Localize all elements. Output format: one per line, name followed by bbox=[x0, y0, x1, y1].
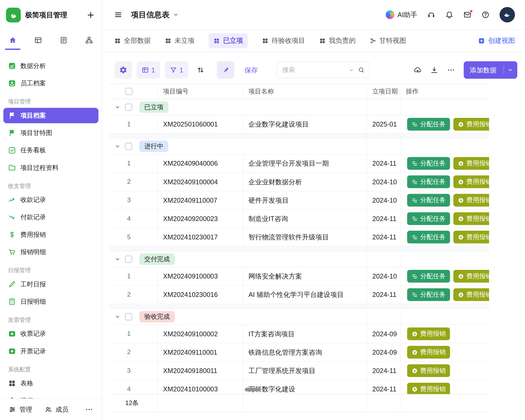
view-tab[interactable]: 甘特视图 bbox=[370, 36, 406, 45]
select-all-checkbox[interactable] bbox=[125, 88, 133, 95]
search-icon[interactable] bbox=[358, 67, 365, 74]
ai-assistant-button[interactable]: AI助手 bbox=[386, 10, 417, 19]
sidebar-item[interactable]: 报销明细 bbox=[3, 244, 98, 260]
save-button[interactable]: 保存 bbox=[244, 65, 258, 74]
add-app-icon[interactable] bbox=[86, 11, 95, 19]
import-icon[interactable] bbox=[413, 66, 422, 74]
inbox-button[interactable] bbox=[463, 11, 471, 19]
more-actions-icon[interactable] bbox=[447, 66, 455, 74]
collapse-group-icon[interactable] bbox=[114, 314, 120, 320]
expense-claim-button[interactable]: $费用报销 bbox=[407, 327, 450, 340]
assign-task-button[interactable]: 分配任务 bbox=[407, 194, 450, 207]
notifications-icon[interactable] bbox=[445, 11, 453, 19]
expense-claim-button[interactable]: $费用报销 bbox=[407, 346, 450, 359]
assign-task-button[interactable]: 分配任务 bbox=[407, 157, 450, 170]
filter-button[interactable]: 1 bbox=[165, 61, 188, 78]
sidebar-item[interactable]: 开票记录 bbox=[3, 344, 98, 359]
view-tab[interactable]: 我负责的 bbox=[319, 36, 356, 45]
sidebar-item[interactable]: 任务看板 bbox=[3, 143, 98, 158]
table-row[interactable]: 1 XM202409100003 网络安全解决方案 2024-10 分配任务$费… bbox=[109, 267, 489, 286]
expense-claim-button[interactable]: $费用报销 bbox=[453, 288, 489, 301]
table-row[interactable]: 1 XM202409100002 IT方案咨询项目 2024-09 $费用报销 bbox=[109, 325, 489, 343]
view-tab[interactable]: 全部数据 bbox=[114, 36, 151, 45]
sidebar-item[interactable]: 项目过程资料 bbox=[3, 160, 98, 176]
table-row[interactable]: 1 XM202501060001 企业数字化建设项目 2025-01 分配任务$… bbox=[109, 115, 489, 134]
expense-claim-button[interactable]: $费用报销 bbox=[453, 212, 489, 225]
help-icon[interactable] bbox=[481, 11, 490, 19]
expense-claim-button[interactable]: $费用报销 bbox=[453, 270, 489, 282]
group-checkbox[interactable] bbox=[125, 103, 132, 111]
column-header[interactable]: 立项日期 bbox=[367, 84, 401, 99]
sidebar-item[interactable]: 工时日报 bbox=[3, 277, 98, 292]
add-data-chevron-icon[interactable] bbox=[507, 67, 513, 73]
horizontal-scrollbar[interactable] bbox=[245, 388, 261, 391]
expense-claim-button[interactable]: $费用报销 bbox=[453, 157, 489, 170]
pin-button[interactable] bbox=[217, 61, 234, 78]
table-row[interactable]: 4 XM202409200023 制造业IT咨询 2024-11 分配任务$费用… bbox=[109, 209, 489, 228]
title-chevron-icon[interactable] bbox=[173, 12, 179, 18]
search-scope-chevron-icon[interactable] bbox=[349, 67, 354, 72]
column-header[interactable]: 项目编号 bbox=[158, 84, 243, 99]
group-checkbox[interactable] bbox=[125, 143, 132, 150]
sidebar-item[interactable]: 流程 bbox=[3, 393, 98, 398]
column-header[interactable]: 操作 bbox=[401, 84, 489, 99]
assign-task-button[interactable]: 分配任务 bbox=[407, 231, 450, 243]
table-row[interactable]: 5 XM202410230017 智行物流管理软件升级项目 2024-11 分配… bbox=[109, 228, 489, 246]
search-input[interactable] bbox=[282, 66, 345, 74]
expense-claim-button[interactable]: $费用报销 bbox=[407, 383, 450, 394]
members-button[interactable]: 成员 bbox=[45, 405, 68, 414]
add-data-button[interactable]: 添加数据 bbox=[464, 61, 517, 78]
create-view-button[interactable]: 创建视图 bbox=[478, 36, 515, 45]
table-row[interactable]: 3 XM202409110007 硬件开发项目 2024-10 分配任务$费用报… bbox=[109, 191, 489, 209]
table-row[interactable]: 2 XM202410230016 AI 辅助个性化学习平台建设项目 2024-1… bbox=[109, 286, 489, 304]
view-tab[interactable]: 待验收项目 bbox=[262, 36, 305, 45]
assign-task-button[interactable]: 分配任务 bbox=[407, 270, 450, 282]
table-row[interactable]: 2 XM202409110001 铁路信息化管理方案咨询 2024-09 $费用… bbox=[109, 343, 489, 361]
manage-button[interactable]: 管理 bbox=[9, 405, 32, 414]
collapse-group-icon[interactable] bbox=[114, 143, 120, 149]
collapse-group-icon[interactable] bbox=[114, 256, 120, 262]
column-header[interactable]: 项目名称 bbox=[243, 84, 367, 99]
sidebar-item[interactable]: 收款记录 bbox=[3, 192, 98, 208]
user-avatar[interactable] bbox=[500, 7, 515, 23]
sidebar-tab-home[interactable] bbox=[0, 30, 25, 50]
expense-claim-button[interactable]: $费用报销 bbox=[453, 194, 489, 207]
expense-claim-button[interactable]: $费用报销 bbox=[453, 118, 489, 130]
sidebar-tab-flow[interactable] bbox=[76, 30, 102, 50]
assign-task-button[interactable]: 分配任务 bbox=[407, 288, 450, 301]
sidebar-item[interactable]: 表格 bbox=[3, 376, 98, 391]
hamburger-menu-icon[interactable] bbox=[114, 11, 122, 19]
table-row[interactable]: 3 XM202409180011 工厂管理系统开发项目 2024-11 $费用报… bbox=[109, 362, 489, 380]
sort-button[interactable] bbox=[193, 61, 208, 78]
expense-claim-button[interactable]: $费用报销 bbox=[407, 364, 450, 377]
sidebar-item[interactable]: 员工档案 bbox=[3, 76, 98, 91]
sidebar-tab-form[interactable] bbox=[51, 30, 76, 50]
view-tab[interactable]: 已立项 bbox=[209, 33, 248, 48]
sidebar-item[interactable]: 费用报销 bbox=[3, 227, 98, 243]
group-checkbox[interactable] bbox=[125, 313, 132, 320]
search-box[interactable] bbox=[277, 62, 370, 78]
table-row[interactable]: 4 XM202410100003 万科数字化建设 2024-11 $费用报销 bbox=[109, 380, 489, 394]
sidebar-tab-table[interactable] bbox=[25, 30, 51, 50]
expense-claim-button[interactable]: $费用报销 bbox=[453, 231, 489, 243]
assign-task-button[interactable]: 分配任务 bbox=[407, 118, 450, 130]
export-icon[interactable] bbox=[430, 66, 438, 74]
view-tab[interactable]: 未立项 bbox=[165, 36, 195, 45]
assign-task-button[interactable]: 分配任务 bbox=[407, 175, 450, 188]
sidebar-item[interactable]: 项目甘特图 bbox=[3, 125, 98, 141]
field-config-button[interactable]: 1 bbox=[136, 61, 160, 78]
assign-task-button[interactable]: 分配任务 bbox=[407, 212, 450, 225]
sidebar-item[interactable]: 收票记录 bbox=[3, 326, 98, 342]
expense-claim-button[interactable]: $费用报销 bbox=[453, 175, 489, 188]
sidebar-item[interactable]: 日报明细 bbox=[3, 294, 98, 309]
support-icon[interactable] bbox=[427, 11, 435, 19]
collapse-group-icon[interactable] bbox=[114, 104, 120, 110]
sidebar-item[interactable]: 项目档案 bbox=[3, 108, 98, 123]
table-row[interactable]: 1 XM202409040006 企业管理平台开发项目一期 2024-11 分配… bbox=[109, 154, 489, 173]
group-checkbox[interactable] bbox=[125, 255, 132, 263]
sidebar-item[interactable]: 付款记录 bbox=[3, 209, 98, 225]
sidebar-item[interactable]: 数据分析 bbox=[3, 58, 98, 74]
table-row[interactable]: 2 XM202409100004 企业业财数据分析 2024-10 分配任务$费… bbox=[109, 173, 489, 191]
settings-button[interactable] bbox=[114, 61, 132, 78]
sidebar-more-icon[interactable] bbox=[85, 406, 93, 414]
